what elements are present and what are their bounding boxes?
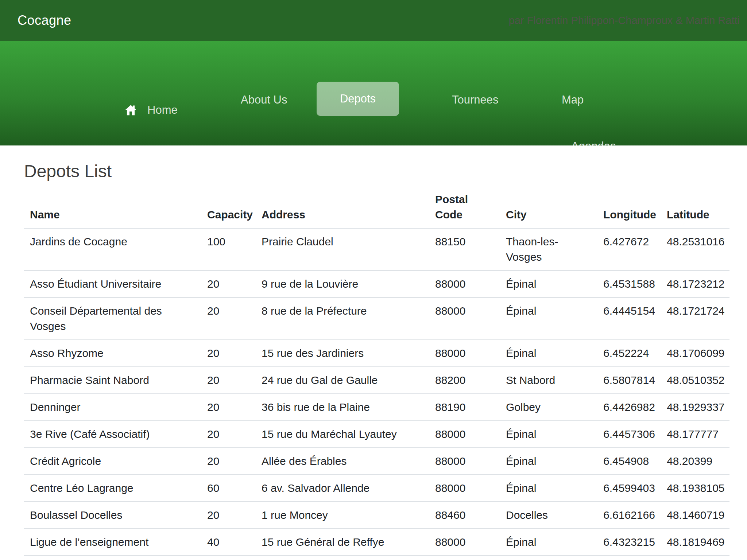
cell-capacity: 20 xyxy=(201,367,256,394)
cell-name: 3e Rive (Café Associatif) xyxy=(24,421,201,448)
cell-name: Conseil Départemental des Vosges xyxy=(24,298,201,340)
cell-latitude: 48.1723212 xyxy=(661,271,729,298)
cell-address: 24 rue du Gal de Gaulle xyxy=(256,367,429,394)
cell-latitude: 48.1938105 xyxy=(661,475,729,502)
cell-address: 9 rue de la Louvière xyxy=(256,271,429,298)
byline: par Florentin Philippon-Champroux & Mart… xyxy=(509,15,740,27)
cell-name: Centre Léo Lagrange xyxy=(24,475,201,502)
cell-capacity: 20 xyxy=(201,340,256,367)
cell-longitude: 6.4457306 xyxy=(597,421,661,448)
table-row: Conseil Départemental des Vosges208 rue … xyxy=(24,298,729,340)
cell-postal-code: 88000 xyxy=(429,475,500,502)
cell-latitude: 48.2531016 xyxy=(661,228,729,271)
column-header-address: Address xyxy=(256,186,429,228)
cell-postal-code: 88000 xyxy=(429,340,500,367)
nav-item-about-us[interactable]: About Us xyxy=(241,92,287,108)
cell-postal-code: 88000 xyxy=(429,448,500,475)
cell-city: Docelles xyxy=(500,502,597,529)
cell-capacity: 20 xyxy=(201,448,256,475)
depots-table-header-row: NameCapacityAddressPostal CodeCityLongit… xyxy=(24,186,729,228)
nav-item-tournees[interactable]: Tournees xyxy=(452,92,499,108)
cell-latitude: 48.177777 xyxy=(661,421,729,448)
table-row: Crédit Agricole20Allée des Érables88000É… xyxy=(24,448,729,475)
table-row: Jardins de Cocagne100Prairie Claudel8815… xyxy=(24,228,729,271)
cell-city: Épinal xyxy=(500,271,597,298)
cell-capacity: 20 xyxy=(201,394,256,421)
cell-address: 15 rue du Maréchal Lyautey xyxy=(256,421,429,448)
cell-address: 36 bis rue de la Plaine xyxy=(256,394,429,421)
cell-latitude: 48.1721724 xyxy=(661,298,729,340)
nav-item-map[interactable]: Map xyxy=(562,92,584,108)
table-row: Asso Rhyzome2015 rue des Jardiniers88000… xyxy=(24,340,729,367)
column-header-longitude: Longitude xyxy=(597,186,661,228)
cell-longitude: 6.4599403 xyxy=(597,475,661,502)
cell-address: Allée des Érables xyxy=(256,448,429,475)
page-title: Depots List xyxy=(24,161,729,182)
nav-item-agendas[interactable]: Agendas xyxy=(571,138,616,154)
column-header-capacity: Capacity xyxy=(201,186,256,228)
cell-city: Épinal xyxy=(500,448,597,475)
nav-item-label: Depots xyxy=(340,91,376,107)
depots-table: NameCapacityAddressPostal CodeCityLongit… xyxy=(24,186,729,556)
nav-item-label: Home xyxy=(147,102,178,118)
cell-address: 6 av. Salvador Allende xyxy=(256,475,429,502)
cell-address: Prairie Claudel xyxy=(256,228,429,271)
depots-table-head: NameCapacityAddressPostal CodeCityLongit… xyxy=(24,186,729,228)
cell-postal-code: 88000 xyxy=(429,529,500,556)
cell-capacity: 100 xyxy=(201,228,256,271)
table-row: Denninger2036 bis rue de la Plaine88190G… xyxy=(24,394,729,421)
cell-name: Ligue de l’enseignement xyxy=(24,529,201,556)
table-row: Pharmacie Saint Nabord2024 rue du Gal de… xyxy=(24,367,729,394)
cell-name: Jardins de Cocagne xyxy=(24,228,201,271)
app-header: Cocagne par Florentin Philippon-Champrou… xyxy=(0,0,747,41)
cell-latitude: 48.1929337 xyxy=(661,394,729,421)
cell-latitude: 48.0510352 xyxy=(661,367,729,394)
cell-city: Golbey xyxy=(500,394,597,421)
nav-item-label: Map xyxy=(562,93,584,106)
cell-name: Boulassel Docelles xyxy=(24,502,201,529)
table-row: Asso Étudiant Universitaire209 rue de la… xyxy=(24,271,729,298)
nav-item-depots-active[interactable]: Depots xyxy=(317,82,399,116)
cell-latitude: 48.1460719 xyxy=(661,502,729,529)
cell-latitude: 48.20399 xyxy=(661,448,729,475)
cell-city: Thaon-les-Vosges xyxy=(500,228,597,271)
cell-postal-code: 88000 xyxy=(429,421,500,448)
cell-longitude: 6.4445154 xyxy=(597,298,661,340)
column-header-latitude: Latitude xyxy=(661,186,729,228)
cell-city: Épinal xyxy=(500,340,597,367)
nav-item-label: Agendas xyxy=(571,140,616,152)
cell-name: Denninger xyxy=(24,394,201,421)
cell-longitude: 6.5807814 xyxy=(597,367,661,394)
column-header-postal-code: Postal Code xyxy=(429,186,500,228)
home-icon xyxy=(124,103,137,117)
column-header-city: City xyxy=(500,186,597,228)
cell-longitude: 6.4426982 xyxy=(597,394,661,421)
cell-postal-code: 88190 xyxy=(429,394,500,421)
cell-city: Épinal xyxy=(500,529,597,556)
cell-longitude: 6.4323215 xyxy=(597,529,661,556)
main-content: Depots List NameCapacityAddressPostal Co… xyxy=(0,161,747,556)
cell-postal-code: 88460 xyxy=(429,502,500,529)
column-header-name: Name xyxy=(24,186,201,228)
cell-longitude: 6.427672 xyxy=(597,228,661,271)
cell-name: Asso Étudiant Universitaire xyxy=(24,271,201,298)
cell-name: Crédit Agricole xyxy=(24,448,201,475)
nav-item-label: Tournees xyxy=(452,93,499,106)
cell-latitude: 48.1819469 xyxy=(661,529,729,556)
cell-postal-code: 88000 xyxy=(429,271,500,298)
cell-city: Épinal xyxy=(500,421,597,448)
cell-name: Pharmacie Saint Nabord xyxy=(24,367,201,394)
cell-postal-code: 88000 xyxy=(429,298,500,340)
cell-address: 15 rue des Jardiniers xyxy=(256,340,429,367)
cell-address: 15 rue Général de Reffye xyxy=(256,529,429,556)
cell-city: Épinal xyxy=(500,475,597,502)
cell-capacity: 40 xyxy=(201,529,256,556)
nav-item-label: About Us xyxy=(241,93,287,106)
depots-table-body: Jardins de Cocagne100Prairie Claudel8815… xyxy=(24,228,729,556)
cell-capacity: 20 xyxy=(201,502,256,529)
nav-item-home[interactable]: Home xyxy=(124,102,178,118)
table-row: Ligue de l’enseignement4015 rue Général … xyxy=(24,529,729,556)
table-row: Boulassel Docelles201 rue Moncey88460Doc… xyxy=(24,502,729,529)
brand[interactable]: Cocagne xyxy=(18,13,71,28)
cell-postal-code: 88150 xyxy=(429,228,500,271)
